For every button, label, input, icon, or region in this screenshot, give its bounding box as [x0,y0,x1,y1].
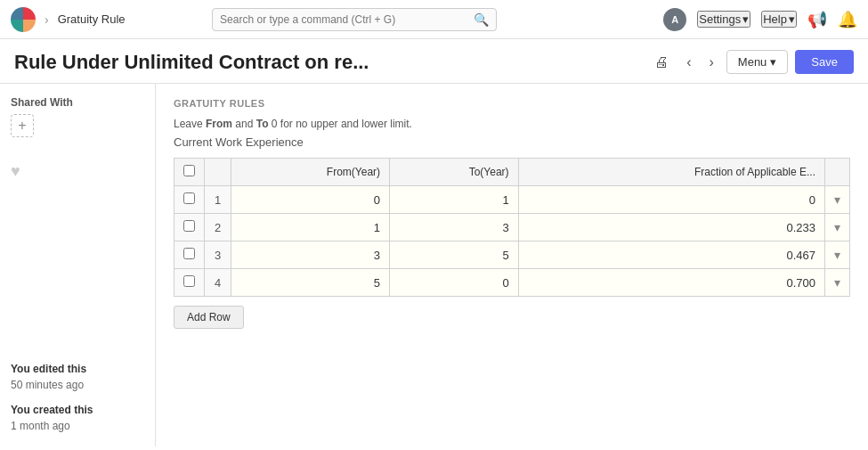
sidebar-meta: You edited this 50 minutes ago You creat… [11,361,144,434]
row-to[interactable]: 3 [390,214,519,241]
created-info: You created this 1 month ago [11,402,144,434]
shared-with-title: Shared With [11,96,144,109]
table-row: 2 1 3 0.233 ▾ [174,214,850,241]
search-bar[interactable]: 🔍 [212,8,497,31]
col-num-header [205,159,231,186]
layout: Shared With + ♥ You edited this 50 minut… [0,84,868,446]
row-fraction[interactable]: 0.467 [518,241,824,269]
row-checkbox-cell [174,186,205,214]
page-header: Rule Under Unlimited Contract on re... 🖨… [0,39,868,84]
forward-button[interactable]: › [704,51,719,74]
row-to[interactable]: 1 [390,186,519,214]
add-share-button[interactable]: + [11,114,34,137]
row-checkbox[interactable] [183,220,195,232]
row-checkbox[interactable] [183,275,195,287]
hint-text: Leave From and To 0 for no upper and low… [174,118,850,130]
col-to-header: To(Year) [390,159,519,186]
menu-button[interactable]: Menu ▾ [726,50,789,74]
app-logo [11,7,36,32]
edited-info: You edited this 50 minutes ago [11,361,144,393]
row-checkbox-cell [174,214,205,241]
to-label: To [256,118,269,130]
row-checkbox-cell [174,241,205,269]
shared-with-section: Shared With + [11,96,144,137]
col-fraction-header: Fraction of Applicable E... [518,159,824,186]
created-label: You created this [11,404,93,416]
table-row: 1 0 1 0 ▾ [174,186,850,214]
back-button[interactable]: ‹ [681,51,696,74]
edited-time: 50 minutes ago [11,379,84,391]
row-number: 3 [205,241,231,269]
row-number: 2 [205,214,231,241]
row-to[interactable]: 0 [390,269,519,297]
row-dropdown-icon[interactable]: ▾ [834,275,840,290]
table-row: 3 3 5 0.467 ▾ [174,241,850,269]
row-fraction[interactable]: 0.233 [518,214,824,241]
row-checkbox[interactable] [183,192,195,204]
row-dropdown-icon[interactable]: ▾ [834,192,840,207]
col-checkbox-header [174,159,205,186]
row-checkbox-cell [174,269,205,297]
row-from[interactable]: 1 [231,214,390,241]
save-button[interactable]: Save [795,50,854,74]
help-button[interactable]: Help ▾ [761,11,797,28]
table-row: 4 5 0 0.700 ▾ [174,269,850,297]
row-dropdown-cell[interactable]: ▾ [825,186,850,214]
row-checkbox[interactable] [183,248,195,259]
breadcrumb-label: Gratuity Rule [58,12,126,26]
row-fraction[interactable]: 0 [518,186,824,214]
breadcrumb-sep: › [43,12,51,27]
settings-button[interactable]: Settings ▾ [697,11,750,28]
row-number: 1 [205,186,231,214]
row-to[interactable]: 5 [390,241,519,269]
row-dropdown-cell[interactable]: ▾ [825,269,850,297]
col-action-header [825,159,850,186]
section-label: GRATUITY RULES [174,98,850,109]
add-row-button[interactable]: Add Row [174,306,244,329]
row-from[interactable]: 3 [231,241,390,269]
search-input[interactable] [220,13,468,26]
sidebar: Shared With + ♥ You edited this 50 minut… [0,84,156,446]
subsection-label: Current Work Experience [174,135,850,149]
select-all-checkbox[interactable] [183,165,195,176]
row-dropdown-icon[interactable]: ▾ [834,248,840,262]
row-number: 4 [205,269,231,297]
row-dropdown-icon[interactable]: ▾ [834,220,840,234]
nav-right: A Settings ▾ Help ▾ 📢 🔔 [663,8,857,31]
notifications-icon[interactable]: 📢 [807,10,827,29]
row-dropdown-cell[interactable]: ▾ [825,241,850,269]
col-from-header: From(Year) [231,159,390,186]
row-dropdown-cell[interactable]: ▾ [825,214,850,241]
row-fraction[interactable]: 0.700 [518,269,824,297]
avatar: A [663,8,686,31]
print-button[interactable]: 🖨 [649,51,674,74]
row-from[interactable]: 5 [231,269,390,297]
edited-label: You edited this [11,363,86,375]
rule-table: From(Year) To(Year) Fraction of Applicab… [174,158,850,297]
top-navbar: › Gratuity Rule 🔍 A Settings ▾ Help ▾ 📢 … [0,0,868,39]
search-icon: 🔍 [474,12,489,27]
created-time: 1 month ago [11,420,70,432]
header-actions: 🖨 ‹ › Menu ▾ Save [649,50,854,74]
favorite-icon[interactable]: ♥ [11,162,144,181]
from-label: From [206,118,232,130]
main-content: GRATUITY RULES Leave From and To 0 for n… [156,84,868,446]
row-from[interactable]: 0 [231,186,390,214]
bell-icon[interactable]: 🔔 [838,10,857,29]
page-title: Rule Under Unlimited Contract on re... [14,51,369,74]
